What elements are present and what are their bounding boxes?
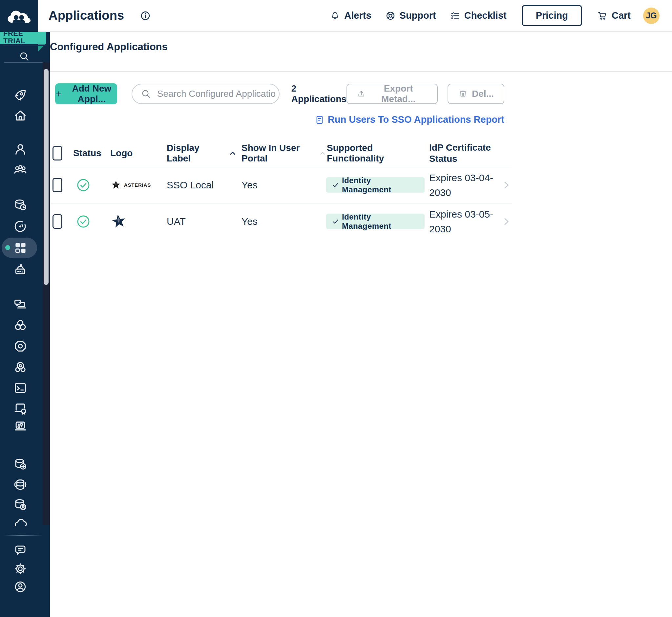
pricing-button[interactable]: Pricing [522, 5, 582, 26]
sidebar-item-mdm[interactable] [12, 318, 28, 333]
export-metadata-label: Export Metad... [370, 83, 427, 105]
show-in-user-portal-cell: Yes [237, 216, 326, 227]
cart-button[interactable]: Cart [597, 10, 631, 21]
sidebar-search-button[interactable] [16, 49, 32, 64]
sidebar-item-cloud[interactable] [12, 516, 28, 526]
toolbar: Add New Appl... 2 Applications Export Me… [55, 83, 504, 105]
avatar[interactable]: JG [643, 8, 660, 24]
support-label: Support [400, 10, 436, 21]
sidebar-scrollbar-thumb[interactable] [44, 69, 48, 285]
free-trial-badge: FREE TRIAL [0, 32, 46, 44]
cloud-users-logo-icon [7, 8, 31, 24]
select-all-checkbox[interactable] [52, 146, 62, 161]
sort-inactive-icon [319, 149, 326, 158]
status-active-icon [76, 215, 90, 228]
delete-button[interactable]: Del... [448, 84, 504, 104]
database-stack-icon [13, 477, 28, 492]
building-icon [13, 262, 28, 276]
sidebar-item-cloud-directories[interactable] [12, 497, 28, 512]
sidebar-item-get-started[interactable] [12, 87, 28, 103]
chat-icon [13, 544, 27, 557]
row-chevron-button[interactable] [501, 216, 511, 227]
content-divider [50, 71, 672, 72]
life-ring-icon [385, 10, 396, 21]
search-icon [141, 88, 151, 99]
sidebar-item-applications[interactable] [12, 240, 28, 255]
idp-certificate-status-cell: Expires 03-05-2030 [425, 207, 495, 236]
sidebar-item-insights[interactable] [12, 219, 28, 234]
page-info-button[interactable] [140, 10, 151, 21]
search-field [132, 84, 279, 104]
sidebar-item-devices[interactable] [12, 297, 28, 312]
sidebar-item-directory-insights[interactable] [12, 198, 28, 213]
venn-circles-icon [13, 318, 28, 333]
row-chevron-button[interactable] [501, 180, 511, 190]
gear-cluster-icon [13, 360, 28, 374]
sidebar-item-policies[interactable] [12, 339, 28, 354]
run-users-sso-report-link[interactable]: Run Users To SSO Applications Report [315, 114, 504, 125]
sidebar-item-ldap[interactable] [12, 477, 28, 492]
sidebar-item-software-apps[interactable] [12, 419, 28, 434]
top-bar: Applications Alerts Support Checklist Pr… [38, 0, 672, 32]
supported-functionality-cell: Identity Management [326, 177, 425, 193]
sidebar-item-commands[interactable] [12, 380, 28, 395]
sidebar-divider-bottom [4, 535, 43, 536]
column-header-display-label[interactable]: Display Label [151, 143, 237, 164]
applications-count-value: 2 [291, 83, 347, 94]
table-header-row: Status Logo Display Label Show In User P… [51, 140, 512, 167]
report-link-row: Run Users To SSO Applications Report [50, 114, 504, 126]
checklist-label: Checklist [464, 10, 507, 21]
chevron-right-icon [501, 180, 511, 190]
idp-certificate-status-cell: Expires 03-04-2030 [425, 170, 495, 200]
add-new-application-label: Add New Appl... [66, 83, 117, 105]
row-checkbox[interactable] [52, 214, 62, 229]
sidebar-item-user-groups[interactable] [12, 162, 28, 177]
database-clock-icon [13, 198, 28, 212]
row-checkbox[interactable] [52, 178, 62, 192]
status-active-icon [76, 178, 90, 192]
display-label-cell: UAT [151, 216, 237, 227]
gear-icon [13, 562, 27, 576]
sidebar-item-software-cert[interactable] [12, 401, 28, 416]
page-title: Applications [48, 9, 124, 23]
column-header-idp-certificate-status[interactable]: IdP Certificate Status [425, 142, 501, 164]
column-header-supported-functionality[interactable]: Supported Functionality [326, 143, 425, 164]
brand-logo[interactable] [0, 0, 38, 32]
main-content: Configured Applications Add New Appl... … [50, 32, 672, 617]
add-new-application-button[interactable]: Add New Appl... [55, 83, 117, 105]
applications-count: 2 Applications [291, 83, 347, 105]
sidebar-item-active-directory[interactable] [12, 457, 28, 472]
search-input[interactable] [157, 88, 276, 99]
octagon-target-icon [13, 339, 28, 354]
cart-icon [597, 10, 608, 21]
alerts-button[interactable]: Alerts [330, 10, 371, 21]
column-header-logo[interactable]: Logo [104, 148, 151, 159]
plus-icon [55, 89, 62, 99]
sidebar-item-home[interactable] [12, 108, 28, 123]
sidebar-item-feedback[interactable] [12, 543, 28, 558]
sidebar-item-account[interactable] [12, 579, 28, 594]
sidebar-item-policy-groups[interactable] [12, 359, 28, 375]
section-heading: Configured Applications [50, 41, 672, 53]
display-label-cell: SSO Local [151, 180, 237, 191]
report-document-icon [315, 115, 324, 125]
table-row[interactable]: UAT Yes Identity Management Expires 03-0… [51, 203, 512, 240]
search-icon [19, 51, 30, 62]
table-row[interactable]: ASTERIAS SSO Local Yes Identity Manageme… [51, 167, 512, 203]
support-button[interactable]: Support [385, 10, 436, 21]
check-icon [332, 182, 339, 189]
column-header-show-in-user-portal[interactable]: Show In User Portal [237, 143, 326, 164]
laptop-certificate-icon [13, 401, 28, 416]
export-metadata-button[interactable]: Export Metad... [347, 84, 438, 104]
sidebar-item-directory[interactable] [12, 261, 28, 277]
checklist-icon [450, 10, 460, 21]
status-cell [73, 215, 104, 228]
sidebar-item-users[interactable] [12, 142, 28, 157]
logo-cell [104, 213, 151, 230]
checklist-button[interactable]: Checklist [450, 10, 507, 21]
apps-grid-icon [13, 241, 28, 255]
sidebar-divider [4, 62, 43, 63]
sidebar-item-settings[interactable] [12, 561, 28, 576]
column-header-status[interactable]: Status [73, 148, 104, 159]
terminal-icon [13, 381, 28, 395]
